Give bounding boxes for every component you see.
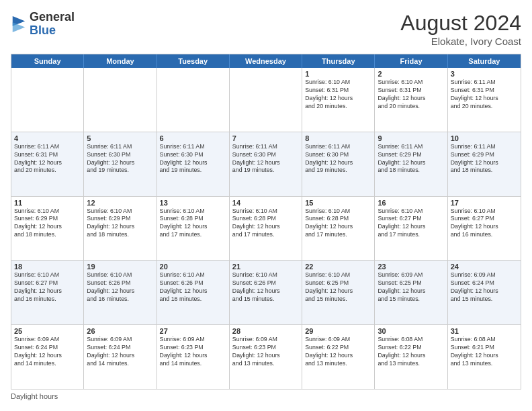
day-number-18: 18 xyxy=(14,263,81,271)
logo-icon xyxy=(12,16,26,32)
day-number-3: 3 xyxy=(451,70,518,78)
cal-row-4: 25Sunrise: 6:09 AM Sunset: 6:24 PM Dayli… xyxy=(11,325,521,389)
day-number-21: 21 xyxy=(232,263,299,271)
day-27: 27Sunrise: 6:09 AM Sunset: 6:23 PM Dayli… xyxy=(157,325,230,389)
calendar: SundayMondayTuesdayWednesdayThursdayFrid… xyxy=(11,54,521,390)
day-6: 6Sunrise: 6:11 AM Sunset: 6:30 PM Daylig… xyxy=(157,132,230,196)
header-day-saturday: Saturday xyxy=(448,54,521,68)
day-number-2: 2 xyxy=(378,70,444,78)
day-number-31: 31 xyxy=(451,327,518,335)
day-info-29: Sunrise: 6:09 AM Sunset: 6:22 PM Dayligh… xyxy=(305,336,371,368)
logo-general-label: General xyxy=(30,11,75,24)
day-number-5: 5 xyxy=(87,134,153,142)
day-info-1: Sunrise: 6:10 AM Sunset: 6:31 PM Dayligh… xyxy=(305,79,371,111)
day-info-5: Sunrise: 6:11 AM Sunset: 6:30 PM Dayligh… xyxy=(87,143,153,175)
day-number-6: 6 xyxy=(160,134,226,142)
day-info-14: Sunrise: 6:10 AM Sunset: 6:28 PM Dayligh… xyxy=(232,208,299,240)
svg-marker-1 xyxy=(13,22,25,32)
day-info-10: Sunrise: 6:11 AM Sunset: 6:29 PM Dayligh… xyxy=(451,143,518,175)
day-number-25: 25 xyxy=(14,327,81,335)
day-number-9: 9 xyxy=(378,134,444,142)
header-day-sunday: Sunday xyxy=(11,54,84,68)
day-info-7: Sunrise: 6:11 AM Sunset: 6:30 PM Dayligh… xyxy=(232,143,299,175)
day-info-13: Sunrise: 6:10 AM Sunset: 6:28 PM Dayligh… xyxy=(160,208,226,240)
day-info-12: Sunrise: 6:10 AM Sunset: 6:29 PM Dayligh… xyxy=(87,208,153,240)
day-20: 20Sunrise: 6:10 AM Sunset: 6:26 PM Dayli… xyxy=(157,261,230,324)
day-info-15: Sunrise: 6:10 AM Sunset: 6:28 PM Dayligh… xyxy=(305,208,371,240)
day-number-16: 16 xyxy=(378,199,444,207)
day-number-15: 15 xyxy=(305,199,371,207)
cal-row-3: 18Sunrise: 6:10 AM Sunset: 6:27 PM Dayli… xyxy=(11,261,521,325)
day-info-28: Sunrise: 6:09 AM Sunset: 6:23 PM Dayligh… xyxy=(232,336,299,368)
day-25: 25Sunrise: 6:09 AM Sunset: 6:24 PM Dayli… xyxy=(11,325,84,389)
day-info-19: Sunrise: 6:10 AM Sunset: 6:26 PM Dayligh… xyxy=(87,271,153,304)
day-info-18: Sunrise: 6:10 AM Sunset: 6:27 PM Dayligh… xyxy=(14,271,81,304)
day-info-11: Sunrise: 6:10 AM Sunset: 6:29 PM Dayligh… xyxy=(14,208,81,240)
day-info-17: Sunrise: 6:10 AM Sunset: 6:27 PM Dayligh… xyxy=(451,208,518,240)
day-22: 22Sunrise: 6:10 AM Sunset: 6:25 PM Dayli… xyxy=(302,261,375,324)
day-number-17: 17 xyxy=(451,199,518,207)
day-info-3: Sunrise: 6:11 AM Sunset: 6:31 PM Dayligh… xyxy=(451,79,518,111)
day-info-24: Sunrise: 6:09 AM Sunset: 6:24 PM Dayligh… xyxy=(451,271,518,304)
header-day-thursday: Thursday xyxy=(302,54,375,68)
day-number-10: 10 xyxy=(451,134,518,142)
header-day-friday: Friday xyxy=(375,54,447,68)
day-info-31: Sunrise: 6:08 AM Sunset: 6:21 PM Dayligh… xyxy=(451,336,518,368)
empty-cell-0-2 xyxy=(157,68,230,132)
title-block: August 2024 Elokate, Ivory Coast xyxy=(400,11,521,47)
day-29: 29Sunrise: 6:09 AM Sunset: 6:22 PM Dayli… xyxy=(302,325,375,389)
cal-row-0: 1Sunrise: 6:10 AM Sunset: 6:31 PM Daylig… xyxy=(11,68,521,132)
day-19: 19Sunrise: 6:10 AM Sunset: 6:26 PM Dayli… xyxy=(84,261,157,324)
day-number-1: 1 xyxy=(305,70,371,78)
day-info-30: Sunrise: 6:08 AM Sunset: 6:22 PM Dayligh… xyxy=(378,336,444,368)
empty-cell-0-1 xyxy=(84,68,157,132)
day-24: 24Sunrise: 6:09 AM Sunset: 6:24 PM Dayli… xyxy=(448,261,521,324)
day-number-29: 29 xyxy=(305,327,371,335)
day-15: 15Sunrise: 6:10 AM Sunset: 6:28 PM Dayli… xyxy=(302,197,375,261)
day-number-20: 20 xyxy=(160,263,226,271)
header-day-monday: Monday xyxy=(84,54,157,68)
day-28: 28Sunrise: 6:09 AM Sunset: 6:23 PM Dayli… xyxy=(230,325,302,389)
day-16: 16Sunrise: 6:10 AM Sunset: 6:27 PM Dayli… xyxy=(375,197,447,261)
logo-blue-label: Blue xyxy=(30,24,75,38)
empty-cell-0-3 xyxy=(230,68,302,132)
day-12: 12Sunrise: 6:10 AM Sunset: 6:29 PM Dayli… xyxy=(84,197,157,261)
day-26: 26Sunrise: 6:09 AM Sunset: 6:24 PM Dayli… xyxy=(84,325,157,389)
page: General Blue August 2024 Elokate, Ivory … xyxy=(0,0,532,411)
day-number-8: 8 xyxy=(305,134,371,142)
day-30: 30Sunrise: 6:08 AM Sunset: 6:22 PM Dayli… xyxy=(375,325,447,389)
day-number-30: 30 xyxy=(378,327,444,335)
day-number-11: 11 xyxy=(14,199,81,207)
day-7: 7Sunrise: 6:11 AM Sunset: 6:30 PM Daylig… xyxy=(230,132,302,196)
day-number-4: 4 xyxy=(14,134,81,142)
day-number-19: 19 xyxy=(87,263,153,271)
calendar-header: SundayMondayTuesdayWednesdayThursdayFrid… xyxy=(11,54,521,68)
header: General Blue August 2024 Elokate, Ivory … xyxy=(11,11,521,47)
day-14: 14Sunrise: 6:10 AM Sunset: 6:28 PM Dayli… xyxy=(230,197,302,261)
day-info-22: Sunrise: 6:10 AM Sunset: 6:25 PM Dayligh… xyxy=(305,271,371,304)
day-info-27: Sunrise: 6:09 AM Sunset: 6:23 PM Dayligh… xyxy=(160,336,226,368)
day-23: 23Sunrise: 6:09 AM Sunset: 6:25 PM Dayli… xyxy=(375,261,447,324)
day-17: 17Sunrise: 6:10 AM Sunset: 6:27 PM Dayli… xyxy=(448,197,521,261)
day-number-28: 28 xyxy=(232,327,299,335)
day-info-16: Sunrise: 6:10 AM Sunset: 6:27 PM Dayligh… xyxy=(378,208,444,240)
day-info-4: Sunrise: 6:11 AM Sunset: 6:31 PM Dayligh… xyxy=(14,143,81,175)
day-2: 2Sunrise: 6:10 AM Sunset: 6:31 PM Daylig… xyxy=(375,68,447,132)
cal-row-1: 4Sunrise: 6:11 AM Sunset: 6:31 PM Daylig… xyxy=(11,132,521,197)
day-info-21: Sunrise: 6:10 AM Sunset: 6:26 PM Dayligh… xyxy=(232,271,299,304)
day-number-27: 27 xyxy=(160,327,226,335)
empty-cell-0-0 xyxy=(11,68,84,132)
day-13: 13Sunrise: 6:10 AM Sunset: 6:28 PM Dayli… xyxy=(157,197,230,261)
footer-note: Daylight hours xyxy=(11,392,521,400)
header-day-tuesday: Tuesday xyxy=(157,54,230,68)
calendar-body: 1Sunrise: 6:10 AM Sunset: 6:31 PM Daylig… xyxy=(11,68,521,389)
day-3: 3Sunrise: 6:11 AM Sunset: 6:31 PM Daylig… xyxy=(448,68,521,132)
day-info-2: Sunrise: 6:10 AM Sunset: 6:31 PM Dayligh… xyxy=(378,79,444,111)
day-info-23: Sunrise: 6:09 AM Sunset: 6:25 PM Dayligh… xyxy=(378,271,444,304)
day-31: 31Sunrise: 6:08 AM Sunset: 6:21 PM Dayli… xyxy=(448,325,521,389)
day-18: 18Sunrise: 6:10 AM Sunset: 6:27 PM Dayli… xyxy=(11,261,84,324)
day-number-13: 13 xyxy=(160,199,226,207)
day-10: 10Sunrise: 6:11 AM Sunset: 6:29 PM Dayli… xyxy=(448,132,521,196)
day-info-6: Sunrise: 6:11 AM Sunset: 6:30 PM Dayligh… xyxy=(160,143,226,175)
day-1: 1Sunrise: 6:10 AM Sunset: 6:31 PM Daylig… xyxy=(302,68,375,132)
